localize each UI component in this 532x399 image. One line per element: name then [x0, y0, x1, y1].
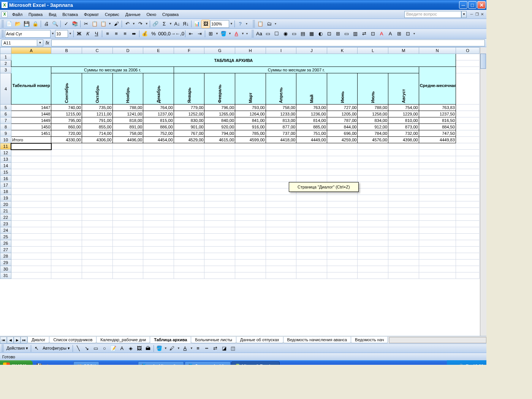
- task-excel[interactable]: 📗 Microsoft Excel -...: [231, 361, 279, 365]
- custom-button-1[interactable]: 📋: [256, 20, 264, 28]
- row-header-3[interactable]: 3: [0, 67, 11, 73]
- italic-button[interactable]: К: [84, 30, 92, 38]
- arrow-button[interactable]: ↘: [83, 344, 91, 353]
- autosum-button[interactable]: Σ: [160, 20, 168, 28]
- bold-button[interactable]: Ж: [75, 30, 83, 38]
- print-button[interactable]: 🖨: [42, 20, 51, 28]
- forms-button-17[interactable]: ⊞: [395, 30, 403, 38]
- borders-dropdown[interactable]: ▼: [215, 32, 219, 35]
- zoom-combo[interactable]: 100%: [210, 20, 229, 28]
- arrow-style-button[interactable]: ⇄: [211, 344, 220, 353]
- col-header-C[interactable]: C: [82, 48, 112, 54]
- fx-button[interactable]: fx: [46, 40, 49, 46]
- dash-style-button[interactable]: ┅: [203, 344, 211, 353]
- fill-color-draw-button[interactable]: 🪣: [155, 344, 163, 353]
- decrease-indent-button[interactable]: ⇤: [187, 30, 195, 38]
- row-header-17[interactable]: 17: [0, 182, 11, 188]
- row-header-11[interactable]: 11: [0, 143, 11, 150]
- select-all-corner[interactable]: [0, 48, 11, 54]
- row-header-25[interactable]: 25: [0, 234, 11, 240]
- forms-button-2[interactable]: ▭: [264, 30, 272, 38]
- clipart-button[interactable]: 🖼: [135, 344, 144, 353]
- help-question-dropdown[interactable]: ▼: [461, 11, 467, 18]
- forms-button-9[interactable]: ⊡: [325, 30, 333, 38]
- col-header-A[interactable]: A: [11, 48, 51, 54]
- forms-button-5[interactable]: ▭: [290, 30, 298, 38]
- row-header-26[interactable]: 26: [0, 240, 11, 247]
- row-header-2[interactable]: 2: [0, 60, 11, 67]
- forms-button-1[interactable]: Aa: [255, 30, 263, 38]
- row-header-15[interactable]: 15: [0, 169, 11, 176]
- copy-button[interactable]: 📋: [90, 20, 99, 28]
- doc-restore-button[interactable]: ❐: [474, 12, 480, 17]
- forms-button-7[interactable]: ▦: [307, 30, 316, 38]
- col-header-F[interactable]: F: [174, 48, 204, 54]
- row-header-20[interactable]: 20: [0, 201, 11, 208]
- font-dropdown[interactable]: ▼: [51, 32, 55, 35]
- research-button[interactable]: 📚: [71, 20, 79, 28]
- select-objects-button[interactable]: ↖: [32, 344, 41, 353]
- col-header-I[interactable]: I: [266, 48, 296, 54]
- toolbar-grip-2[interactable]: [253, 20, 255, 28]
- ql-desktop-icon[interactable]: »: [62, 362, 71, 365]
- forms-button-6[interactable]: ▤: [299, 30, 307, 38]
- undo-button[interactable]: ↶: [123, 20, 131, 28]
- row-header-12[interactable]: 12: [0, 150, 11, 156]
- row-header-31[interactable]: 31: [0, 272, 11, 279]
- redo-button[interactable]: ↷: [136, 20, 144, 28]
- line-color-button[interactable]: 🖊: [168, 344, 176, 353]
- row-header-24[interactable]: 24: [0, 227, 11, 234]
- task-word-2[interactable]: 📘 Документ1 - Mi...: [185, 361, 231, 365]
- name-box-dropdown[interactable]: ▼: [37, 40, 43, 46]
- row-header-27[interactable]: 27: [0, 247, 11, 253]
- sheet-tab-1[interactable]: Список сотрудников: [49, 337, 97, 343]
- row-header-7[interactable]: 7: [0, 117, 11, 124]
- forms-button-8[interactable]: ◐: [316, 30, 325, 38]
- font-size-combo[interactable]: 10: [55, 30, 68, 38]
- fill-color-dropdown[interactable]: ▼: [228, 32, 232, 35]
- forms-button-4[interactable]: ◉: [281, 30, 290, 38]
- col-header-L[interactable]: L: [358, 48, 388, 54]
- row-header-18[interactable]: 18: [0, 188, 11, 195]
- col-header-O[interactable]: O: [456, 48, 479, 54]
- toolbar-options[interactable]: ▾: [245, 22, 249, 25]
- line-style-button[interactable]: ≡: [194, 344, 202, 353]
- menu-insert[interactable]: Вставка: [59, 11, 81, 17]
- name-box[interactable]: A11: [2, 40, 37, 46]
- decrease-decimal-button[interactable]: ←,0: [176, 30, 184, 38]
- font-combo[interactable]: Arial Cyr: [5, 30, 51, 38]
- tab-nav-last[interactable]: ⏭: [21, 337, 27, 344]
- sheet-tab-0[interactable]: Диалог: [27, 337, 49, 343]
- shadow-button[interactable]: ◪: [220, 344, 228, 353]
- ql-ie-icon[interactable]: e: [53, 362, 62, 365]
- row-header-29[interactable]: 29: [0, 260, 11, 266]
- row-header-10[interactable]: 10: [0, 137, 11, 143]
- fill-color-button[interactable]: 🪣: [219, 30, 228, 38]
- align-left-button[interactable]: ≡: [103, 30, 112, 38]
- paste-dropdown[interactable]: ▼: [108, 22, 112, 25]
- font-size-dropdown[interactable]: ▼: [68, 32, 72, 35]
- spreadsheet[interactable]: A B C D E F G H I J K L M N O 1 ТАБЛИЦА …: [0, 47, 486, 336]
- increase-decimal-button[interactable]: ,0→: [167, 30, 175, 38]
- row-header-22[interactable]: 22: [0, 214, 11, 221]
- tab-nav-next[interactable]: ▶: [14, 337, 21, 344]
- row-header-1[interactable]: 1: [0, 54, 11, 60]
- sort-asc-button[interactable]: A↓: [173, 20, 181, 28]
- toolbar-grip-4[interactable]: [252, 30, 254, 38]
- draw-autoshapes[interactable]: Автофигуры ▾: [41, 346, 71, 351]
- col-header-G[interactable]: G: [204, 48, 235, 54]
- toolbar-grip[interactable]: [2, 20, 4, 28]
- menu-tools[interactable]: Сервис: [102, 11, 122, 17]
- row-header-5[interactable]: 5: [0, 104, 11, 111]
- minimize-button[interactable]: ─: [459, 1, 467, 9]
- forms-button-15[interactable]: A: [377, 30, 386, 38]
- doc-minimize-button[interactable]: ─: [469, 12, 474, 17]
- align-center-button[interactable]: ≡: [112, 30, 120, 38]
- forms-button-12[interactable]: ▥: [351, 30, 359, 38]
- col-header-K[interactable]: K: [327, 48, 358, 54]
- menu-edit[interactable]: Правка: [25, 11, 46, 17]
- font-color-button[interactable]: A: [232, 30, 241, 38]
- forms-button-18[interactable]: ⊡: [404, 30, 412, 38]
- tab-nav-prev[interactable]: ◀: [7, 337, 14, 344]
- print-preview-button[interactable]: 🔍: [51, 20, 59, 28]
